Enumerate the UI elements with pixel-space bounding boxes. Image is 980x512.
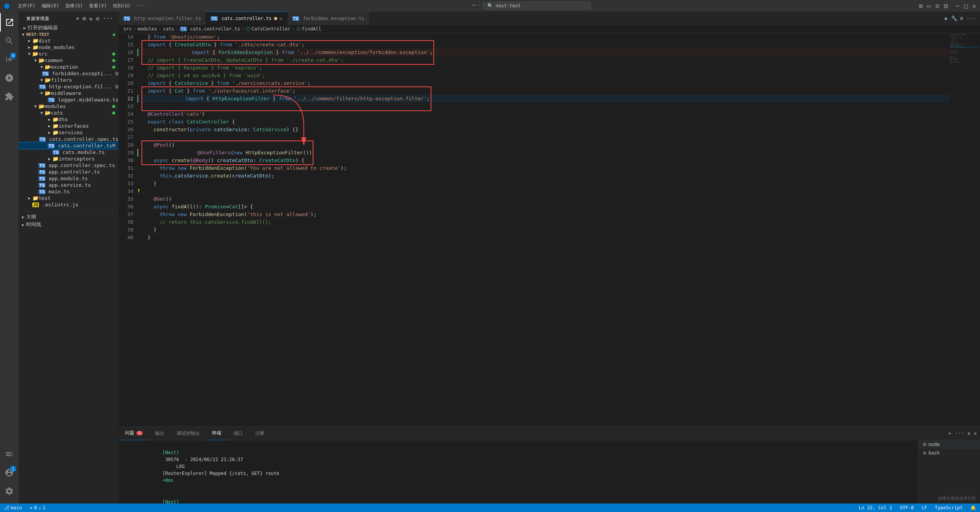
status-errors[interactable]: ✕ 0 ⚠ 1	[26, 504, 49, 512]
terminal-bash[interactable]: ⊡ bash	[919, 449, 980, 457]
sidebar-item-app-controller[interactable]: ▶ TS app.controller.ts	[19, 169, 118, 175]
sidebar-item-project-root[interactable]: ▼ NEST-TEST ●	[19, 32, 118, 37]
new-folder-icon[interactable]: ⊞	[83, 15, 86, 22]
nav-back[interactable]: ←	[473, 2, 476, 10]
search-bar[interactable]: 🔍 nest-test	[483, 2, 591, 10]
sidebar-item-dist[interactable]: ▶ 📁 dist	[19, 37, 118, 44]
sidebar-item-test[interactable]: ▶ 📁 test	[19, 195, 118, 201]
sidebar-item-app-service[interactable]: ▶ TS app.service.ts	[19, 182, 118, 188]
activity-outline[interactable]	[0, 445, 19, 463]
sidebar-item-exception[interactable]: ▼ 📂 exception	[19, 64, 118, 70]
close-icon[interactable]: ✕	[972, 2, 976, 10]
sidebar-item-node-modules[interactable]: ▶ 📁 node_modules	[19, 44, 118, 51]
panel-tab-terminal[interactable]: 终端	[206, 427, 227, 440]
sidebar-item-app-controller-spec[interactable]: ▶ TS app.controller.spec.ts	[19, 162, 118, 169]
sidebar-item-common[interactable]: ▼ 📂 common	[19, 57, 118, 64]
diff-bar	[137, 33, 138, 426]
panel-body: [Nest] 30576 - 2024/06/22 21:26:37 LOG […	[119, 440, 980, 504]
menu-more[interactable]: ···	[136, 3, 145, 9]
nav-forward[interactable]: →	[477, 2, 480, 10]
code-line-25: export class CatsController {	[141, 118, 949, 126]
sidebar-item-forbidden-exception[interactable]: ▶ TS forbidden.excepti... U	[19, 70, 118, 77]
breadcrumb-file[interactable]: cats.controller.ts	[190, 26, 240, 32]
code-content[interactable]: } from '@nestjs/common'; import { Create…	[138, 33, 949, 426]
status-notifications[interactable]: 🔔	[967, 504, 980, 512]
activity-git[interactable]: 4	[0, 50, 19, 69]
activity-settings[interactable]	[0, 482, 19, 500]
status-line-ending[interactable]: LF	[918, 504, 931, 512]
debug-icon[interactable]: 🔧	[951, 15, 957, 21]
app-ctrl-ts-icon: TS	[39, 170, 45, 174]
activity-extensions[interactable]	[0, 87, 19, 106]
problems-label: 问题	[125, 430, 134, 436]
breadcrumb-modules[interactable]: modules	[138, 26, 157, 32]
sidebar-item-main[interactable]: ▶ TS main.ts	[19, 188, 118, 195]
status-encoding[interactable]: UTF-8	[896, 504, 918, 512]
sidebar: 资源管理器 + ⊞ ↻ ⊟ ··· ▶ 打开的编辑器 ▼ NEST-TEST ●	[19, 12, 119, 504]
status-line-col[interactable]: Ln 22, Col 1	[855, 504, 896, 512]
panel-close-icon[interactable]: ✕	[974, 430, 977, 436]
sidebar-item-interceptors[interactable]: ▶ 📁 interceptors	[19, 155, 118, 162]
more-icon[interactable]: ···	[103, 15, 114, 22]
panel-tab-ports[interactable]: 端口	[227, 427, 249, 440]
collapse-all-icon[interactable]: ⊟	[96, 15, 99, 22]
sidebar-item-filters[interactable]: ▼ 📂 filters	[19, 77, 118, 83]
panel-tab-debug[interactable]: 调试控制台	[170, 427, 206, 440]
panel-tab-problems[interactable]: 问题 1	[119, 427, 149, 440]
sidebar-item-modules[interactable]: ▼ 📂 modules	[19, 103, 118, 110]
panel-tab-output[interactable]: 输出	[149, 427, 170, 440]
maximize-icon[interactable]: □	[964, 2, 968, 10]
sidebar-item-app-module[interactable]: ▶ TS app.module.ts	[19, 175, 118, 182]
breadcrumb-class[interactable]: CatsController	[251, 26, 290, 32]
activity-debug[interactable]	[0, 69, 19, 87]
menu-edit[interactable]: 编辑(E)	[42, 3, 59, 9]
panel-tab-comments[interactable]: 注释	[249, 427, 271, 440]
sidebar-item-logger-middleware[interactable]: ▶ TS logger.middleware.ts	[19, 96, 118, 103]
run-icon[interactable]: ▶	[945, 15, 948, 21]
panel-more-icon[interactable]: ···	[955, 430, 964, 436]
layout-icon-2[interactable]: ▭	[927, 2, 931, 10]
terminal-node[interactable]: ⊡ node	[919, 440, 980, 449]
activity-search[interactable]	[0, 32, 19, 50]
tab-forbidden-exception[interactable]: TS forbidden.exception.ts	[288, 12, 369, 25]
sidebar-item-src[interactable]: ▼ 📂 src	[19, 51, 118, 57]
sidebar-item-eslintrc[interactable]: ▶ JS .eslintrc.js	[19, 201, 118, 208]
activity-account[interactable]: 1	[0, 463, 19, 482]
more-actions-icon[interactable]: ···	[967, 15, 975, 21]
new-file-icon[interactable]: +	[76, 15, 79, 22]
sidebar-item-http-exception[interactable]: ▶ TS http-exception.fil... U	[19, 83, 118, 90]
menu-goto[interactable]: 转到(G)	[113, 3, 131, 9]
menu-file[interactable]: 文件(F)	[18, 3, 35, 9]
sidebar-item-cats-controller[interactable]: ▶ TS cats.controller.ts M	[19, 142, 118, 149]
activity-explorer[interactable]	[0, 13, 19, 32]
terminal-content[interactable]: [Nest] 30576 - 2024/06/22 21:26:37 LOG […	[119, 440, 918, 504]
sidebar-item-cats[interactable]: ▼ 📂 cats	[19, 110, 118, 116]
sidebar-item-cats-module[interactable]: ▶ TS cats.module.ts	[19, 149, 118, 155]
breadcrumb-src[interactable]: src	[123, 26, 132, 32]
tab2-close[interactable]: ✕	[280, 16, 283, 21]
status-git-branch[interactable]: ⎇ main	[0, 504, 26, 512]
split-editor-icon[interactable]: ⊞	[960, 15, 963, 21]
sidebar-item-dto[interactable]: ▶ 📁 dto	[19, 116, 118, 123]
panel-chevron-icon[interactable]: ∧	[967, 430, 970, 436]
refresh-icon[interactable]: ↻	[89, 15, 93, 22]
layout-icon-3[interactable]: ⊟	[935, 2, 939, 10]
breadcrumb-cats[interactable]: cats	[163, 26, 174, 32]
sidebar-item-services[interactable]: ▶ 📁 services	[19, 129, 118, 136]
sidebar-item-middleware[interactable]: ▼ 📂 middleware	[19, 90, 118, 96]
minimize-icon[interactable]: ─	[956, 2, 960, 10]
sidebar-item-cats-controller-spec[interactable]: ▶ TS cats.controller.spec.ts	[19, 136, 118, 142]
layout-icon-4[interactable]: ⧉	[944, 2, 948, 10]
tab-cats-controller[interactable]: TS cats.controller.ts ✕	[206, 12, 288, 25]
breadcrumb-method[interactable]: findAll	[302, 26, 322, 32]
menu-select[interactable]: 选择(S)	[65, 3, 83, 9]
tab-http-exception-filter[interactable]: TS http-exception.filter.ts	[119, 12, 206, 25]
menu-view[interactable]: 查看(V)	[89, 3, 107, 9]
layout-icon-1[interactable]: ⊞	[919, 2, 923, 10]
sidebar-item-outline[interactable]: ▶ 大纲	[19, 213, 118, 221]
sidebar-item-timeline[interactable]: ▶ 时间线	[19, 221, 118, 228]
add-terminal-icon[interactable]: +	[948, 430, 951, 436]
sidebar-item-interfaces[interactable]: ▶ 📁 interfaces	[19, 123, 118, 129]
sidebar-item-open-editors[interactable]: ▶ 打开的编辑器	[19, 24, 118, 32]
status-language[interactable]: TypeScript	[931, 504, 967, 512]
